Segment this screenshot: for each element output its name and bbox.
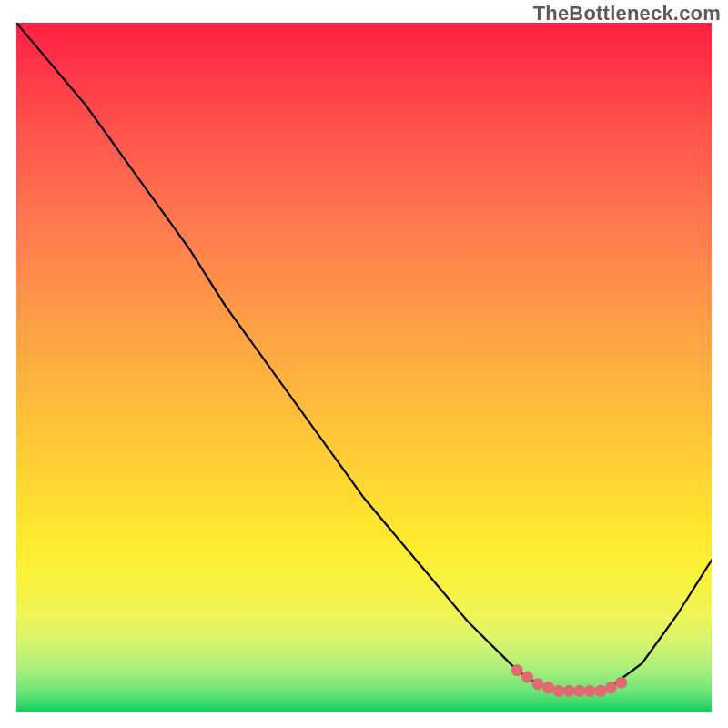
bottleneck-curve <box>16 23 712 691</box>
dot <box>605 682 617 693</box>
dot <box>542 682 554 693</box>
dot <box>563 685 575 697</box>
dot <box>552 685 564 697</box>
min-band-dots <box>511 664 628 697</box>
chart-container: TheBottleneck.com <box>0 0 728 728</box>
dot <box>511 664 523 676</box>
dot <box>594 685 606 697</box>
dot <box>573 685 585 697</box>
watermark-text: TheBottleneck.com <box>533 2 721 25</box>
dot <box>532 678 544 690</box>
dot <box>521 672 533 683</box>
dot <box>584 685 596 697</box>
curve-overlay <box>16 23 712 712</box>
dot <box>615 677 627 689</box>
